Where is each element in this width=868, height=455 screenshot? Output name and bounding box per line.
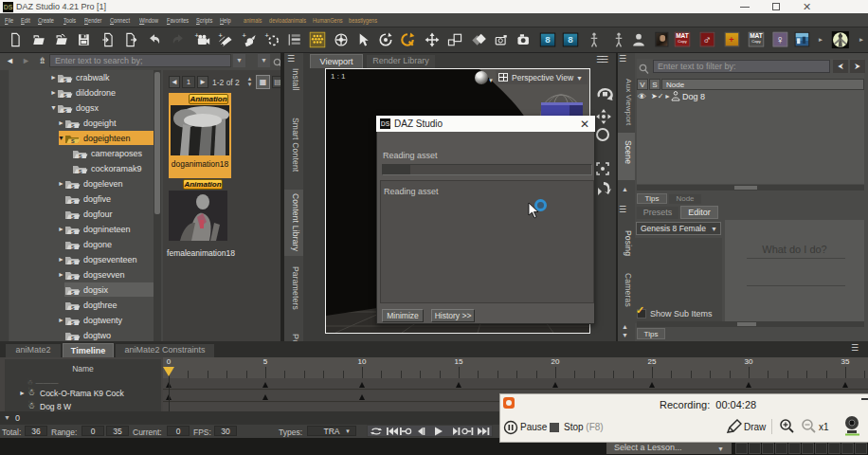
svg-text:S: S xyxy=(71,214,75,220)
svg-text:S: S xyxy=(71,123,75,129)
svg-text:S: S xyxy=(71,260,75,265)
svg-text:S: S xyxy=(71,305,75,311)
svg-text:+: + xyxy=(243,32,246,41)
svg-text:S: S xyxy=(63,93,67,99)
svg-text:S: S xyxy=(71,229,75,235)
svg-text:S: S xyxy=(71,138,75,144)
svg-text:S: S xyxy=(79,169,82,174)
svg-text:S: S xyxy=(63,78,67,83)
svg-text:S: S xyxy=(71,184,75,190)
svg-text:S: S xyxy=(71,320,75,326)
svg-text:S: S xyxy=(71,275,75,281)
svg-text:S: S xyxy=(71,199,75,205)
svg-text:S: S xyxy=(63,108,67,114)
svg-text:S: S xyxy=(71,245,75,250)
svg-text:S: S xyxy=(71,336,75,341)
svg-text:+: + xyxy=(265,32,269,41)
svg-text:S: S xyxy=(71,290,75,296)
svg-text:S: S xyxy=(79,154,82,159)
